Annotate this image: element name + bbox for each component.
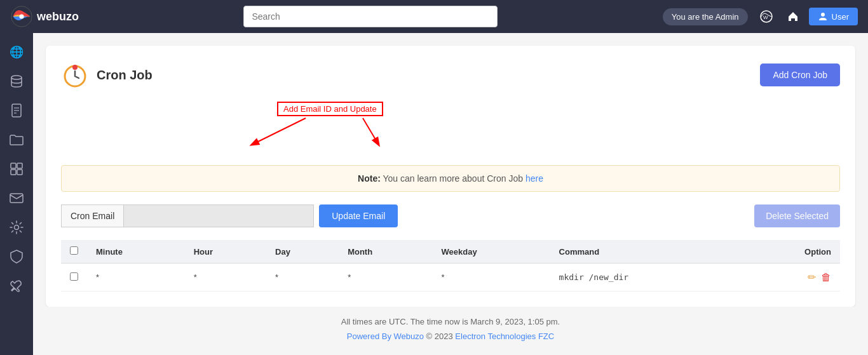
select-all-checkbox[interactable] — [70, 246, 78, 255]
row-weekday: * — [433, 264, 550, 291]
svg-line-20 — [252, 118, 306, 145]
annotation-arrows — [61, 102, 442, 152]
edit-icon[interactable]: ✏ — [808, 271, 816, 283]
email-label: Cron Email — [61, 204, 123, 227]
email-row: Cron Email Update Email Delete Selected — [61, 204, 840, 227]
sidebar-item-folder[interactable] — [4, 127, 29, 152]
svg-point-15 — [15, 225, 19, 230]
svg-rect-13 — [17, 170, 22, 175]
powered-by-link[interactable]: Powered By Webuzo — [347, 332, 424, 341]
svg-text:W: W — [763, 15, 768, 20]
logo-text: webuzo — [37, 10, 79, 23]
sidebar: 🌐 — [0, 33, 33, 355]
row-day: * — [266, 264, 339, 291]
page-title-area: Cron Job — [61, 61, 153, 89]
row-month: * — [339, 264, 432, 291]
company-link[interactable]: Electron Technologies FZC — [455, 332, 554, 341]
footer-copyright: © 2023 — [426, 332, 456, 341]
cron-table: Minute Hour Day Month Weekday Command Op… — [61, 240, 840, 291]
sidebar-item-shield[interactable] — [4, 244, 29, 269]
note-text: You can learn more about Cron Job — [383, 173, 525, 184]
table-header-month: Month — [339, 240, 432, 264]
table-header-weekday: Weekday — [433, 240, 550, 264]
annotation-area: Add Email ID and Update — [61, 102, 840, 152]
sidebar-item-grid[interactable] — [4, 156, 29, 182]
sidebar-item-file[interactable] — [4, 98, 29, 123]
update-email-button[interactable]: Update Email — [319, 204, 398, 227]
sidebar-item-globe[interactable]: 🌐 — [4, 39, 29, 65]
navbar: webuzo You are the Admin W User — [0, 0, 868, 33]
cron-job-icon — [61, 61, 89, 89]
table-row: * * * * * mkdir /new_dir ✏ 🗑 — [61, 264, 840, 291]
table-header-option: Option — [742, 240, 840, 264]
sidebar-item-database[interactable] — [4, 69, 29, 94]
svg-line-21 — [363, 118, 379, 145]
admin-badge: You are the Admin — [663, 8, 748, 25]
note-banner: Note: You can learn more about Cron Job … — [61, 165, 840, 192]
row-command: mkdir /new_dir — [550, 264, 743, 291]
nav-icons: W User — [756, 6, 858, 27]
table-header-row: Minute Hour Day Month Weekday Command Op… — [61, 240, 840, 264]
note-link[interactable]: here — [526, 173, 543, 184]
user-label: User — [832, 12, 849, 22]
svg-point-5 — [11, 76, 22, 79]
svg-rect-11 — [17, 163, 22, 168]
user-button[interactable]: User — [809, 8, 858, 25]
svg-rect-14 — [10, 194, 23, 203]
page-title: Cron Job — [97, 68, 153, 83]
delete-icon[interactable]: 🗑 — [821, 272, 831, 283]
footer: All times are UTC. The time now is March… — [46, 307, 855, 351]
table-header-day: Day — [266, 240, 339, 264]
content-area: Cron Job Add Cron Job Add Email ID and U… — [33, 33, 868, 355]
table-header-command: Command — [550, 240, 743, 264]
sidebar-item-email[interactable] — [4, 185, 29, 211]
search-input[interactable] — [243, 6, 498, 27]
sidebar-item-wrench[interactable] — [4, 273, 29, 298]
svg-point-4 — [821, 13, 825, 17]
table-header-hour: Hour — [185, 240, 266, 264]
annotation-label: Add Email ID and Update — [277, 102, 383, 116]
row-checkbox[interactable] — [70, 272, 78, 281]
svg-point-1 — [19, 14, 24, 18]
row-minute: * — [87, 264, 185, 291]
page-header: Cron Job Add Cron Job — [61, 61, 840, 89]
main-layout: 🌐 — [0, 33, 868, 355]
delete-selected-button[interactable]: Delete Selected — [754, 204, 840, 227]
search-container — [86, 6, 655, 27]
main-card: Cron Job Add Cron Job Add Email ID and U… — [46, 46, 855, 307]
table-header-checkbox — [61, 240, 87, 264]
cron-email-input[interactable] — [123, 204, 314, 227]
row-options: ✏ 🗑 — [742, 264, 840, 291]
table-header-minute: Minute — [87, 240, 185, 264]
add-cron-button[interactable]: Add Cron Job — [760, 64, 840, 86]
svg-rect-12 — [11, 170, 16, 175]
home-icon[interactable] — [782, 6, 804, 27]
footer-powered: Powered By Webuzo © 2023 Electron Techno… — [56, 332, 845, 341]
sidebar-item-settings[interactable] — [4, 215, 29, 240]
note-bold: Note: — [358, 173, 381, 184]
wordpress-icon[interactable]: W — [756, 6, 777, 27]
logo: webuzo — [10, 5, 79, 28]
svg-rect-10 — [11, 163, 16, 168]
row-checkbox-cell — [61, 264, 87, 291]
row-hour: * — [185, 264, 266, 291]
footer-utc: All times are UTC. The time now is March… — [56, 317, 845, 326]
